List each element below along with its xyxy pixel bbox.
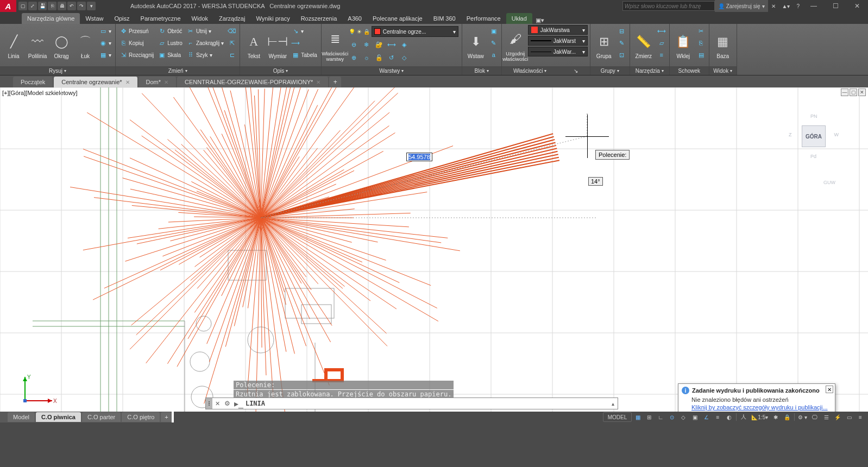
dist-button[interactable]: ⟷ [656, 25, 667, 37]
match-properties-button[interactable]: 🖌Uzgodnij właściwości [504, 25, 527, 65]
viewcube[interactable]: PN Pd Z W GÓRA [792, 115, 835, 158]
ribbon-tab-opisz[interactable]: Opisz [109, 13, 135, 24]
layer-on-button[interactable]: ⊕ [349, 52, 360, 64]
status-customize-icon[interactable]: ≡ [855, 412, 866, 422]
group-edit-button[interactable]: ✎ [617, 37, 627, 49]
array-button[interactable]: ⠿Szyk ▾ [185, 49, 225, 61]
qat-save-icon[interactable]: 💾 [38, 2, 47, 10]
mirror-button[interactable]: ▱Lustro [156, 37, 184, 49]
hatch-button[interactable]: ▦▾ [98, 49, 113, 61]
ribbon-tab-bim360[interactable]: BIM 360 [428, 13, 461, 24]
layout-tab-co-piwnica[interactable]: C.O piwnica [36, 412, 81, 422]
viewcube-east[interactable]: W [834, 132, 839, 137]
ribbon-minimize-icon[interactable]: ▣▾ [532, 17, 548, 24]
layer-match-button[interactable]: ⟷ [386, 39, 397, 51]
help-button[interactable]: ? [793, 0, 803, 12]
popup-close-button[interactable]: ✕ [826, 386, 833, 393]
layer-uniso-button[interactable]: ◇ [399, 52, 410, 64]
file-tab-dom[interactable]: Dom*✕ [139, 77, 177, 87]
create-block-button[interactable]: ▣ [488, 25, 499, 37]
viewcube-west[interactable]: Z [789, 132, 792, 137]
layer-properties-button[interactable]: ≣Właściwości warstwy [324, 25, 347, 65]
layer-lock-button[interactable]: 🔐 [374, 39, 385, 51]
status-scale-button[interactable]: 📐 1:5 ▾ [750, 412, 770, 422]
qat-new-icon[interactable]: ▢ [18, 2, 27, 10]
qat-saveas-icon[interactable]: ⎘ [48, 2, 56, 10]
layer-freeze-button[interactable]: ❄ [361, 39, 372, 51]
add-layout-tab-button[interactable]: + [161, 412, 172, 422]
cut-button[interactable]: ✂ [696, 25, 707, 37]
erase-button[interactable]: ⌫ [227, 25, 237, 37]
sign-in-button[interactable]: 👤 Zarejestruj się ▾ [715, 0, 768, 12]
ribbon-tab-zarzadzaj[interactable]: Zarządzaj [213, 13, 250, 24]
status-snap-icon[interactable]: ⊞ [644, 412, 655, 422]
ribbon-tab-narzedzia-glowne[interactable]: Narzędzia główne [22, 13, 80, 24]
status-annoscale-icon[interactable]: 人 [738, 412, 749, 422]
mleader-button[interactable]: ⟶ [290, 37, 318, 49]
close-icon[interactable]: ✕ [125, 79, 130, 85]
help-search-input[interactable] [622, 1, 715, 11]
layer-iso-button[interactable]: ◈ [399, 39, 410, 51]
qat-plot-icon[interactable]: 🖶 [58, 2, 66, 10]
layer-prev-button[interactable]: ↺ [386, 52, 397, 64]
ribbon-tab-polecane-aplikacje[interactable]: Polecane aplikacje [367, 13, 428, 24]
layer-off-button[interactable]: ⊖ [349, 39, 360, 51]
file-tab-start[interactable]: Początek [13, 77, 53, 87]
arc-button[interactable]: ⌒Łuk [74, 25, 97, 65]
a360-button[interactable]: ▲▾ [779, 0, 794, 12]
attribute-button[interactable]: a [488, 49, 499, 61]
status-space-button[interactable]: MODEL [603, 412, 632, 422]
table-button[interactable]: ▦Tabela [290, 49, 318, 61]
qat-redo-icon[interactable]: ↷ [77, 2, 86, 10]
insert-block-button[interactable]: ⬇Wstaw [464, 25, 487, 65]
ribbon-tab-wyniki-pracy[interactable]: Wyniki pracy [250, 13, 295, 24]
qat-dropdown-icon[interactable]: ▾ [87, 2, 96, 10]
ellipse-button[interactable]: ◉▾ [98, 37, 113, 49]
ribbon-tab-wstaw[interactable]: Wstaw [80, 13, 109, 24]
list-button[interactable]: ≡ [656, 49, 667, 61]
dynamic-distance-input[interactable]: 54.9578 [406, 153, 432, 161]
lightbulb-icon[interactable]: 💡 [349, 29, 355, 35]
paste-special-button[interactable]: ▤ [696, 49, 707, 61]
copyclip-button[interactable]: ⎘ [696, 37, 707, 49]
close-icon[interactable]: ✕ [164, 79, 168, 85]
offset-button[interactable]: ⊏ [227, 49, 237, 61]
status-annovis-icon[interactable]: ✱ [770, 412, 781, 422]
cmdline-grip[interactable] [206, 398, 212, 409]
polyline-button[interactable]: 〰Polilinia [26, 25, 49, 65]
cmdline-history-icon[interactable]: ▴ [608, 401, 618, 407]
drawing-canvas[interactable] [0, 87, 868, 422]
linetype-combo[interactable]: JakWar...▾ [528, 47, 588, 56]
status-ortho-icon[interactable]: ∟ [655, 412, 666, 422]
scale-button[interactable]: ▣Skala [156, 49, 184, 61]
area-button[interactable]: ▱ [656, 37, 667, 49]
explode-button[interactable]: ⇱ [227, 37, 237, 49]
command-input[interactable] [246, 400, 608, 407]
status-cleanscreen-icon[interactable]: ▭ [844, 412, 854, 422]
status-transparency-icon[interactable]: ◐ [724, 412, 734, 422]
base-view-button[interactable]: ▦Baza [712, 25, 734, 65]
layout-tab-model[interactable]: Model [8, 412, 35, 422]
status-grid-icon[interactable]: ▦ [632, 412, 643, 422]
dimension-button[interactable]: ⊢⊣Wymiar [266, 25, 289, 65]
window-maximize-button[interactable]: ☐ [825, 0, 846, 12]
sun-icon[interactable]: ☀ [357, 29, 362, 35]
close-icon[interactable]: ✕ [316, 79, 320, 85]
layout-tab-co-parter[interactable]: C.O parter [82, 412, 121, 422]
viewcube-north[interactable]: PN [810, 113, 817, 119]
drawing-area[interactable]: [+][Góra][Model szkieletowy] — ▢ ✕ 54.95… [0, 87, 868, 422]
command-line[interactable]: ✕ ⚙ ▸_ ▴ [205, 397, 618, 409]
rotate-button[interactable]: ↻Obróć [156, 25, 184, 37]
add-file-tab-button[interactable]: + [329, 77, 341, 87]
fillet-button[interactable]: ⌐Zaokrąglij ▾ [185, 37, 225, 49]
cmdline-settings-icon[interactable]: ⚙ [222, 400, 232, 407]
status-3dosnap-icon[interactable]: ▣ [689, 412, 700, 422]
viewcube-south[interactable]: Pd [810, 154, 816, 159]
window-close-button[interactable]: ✕ [846, 0, 868, 12]
status-otrack-icon[interactable]: ∠ [701, 412, 712, 422]
trim-button[interactable]: ✂Utnij ▾ [185, 25, 225, 37]
leader-button[interactable]: ↘▾ [290, 25, 318, 37]
status-autoscale-icon[interactable]: 🔒 [782, 412, 792, 422]
status-osnap-icon[interactable]: ◇ [678, 412, 689, 422]
stretch-button[interactable]: ⇲Rozciągnij [118, 49, 155, 61]
